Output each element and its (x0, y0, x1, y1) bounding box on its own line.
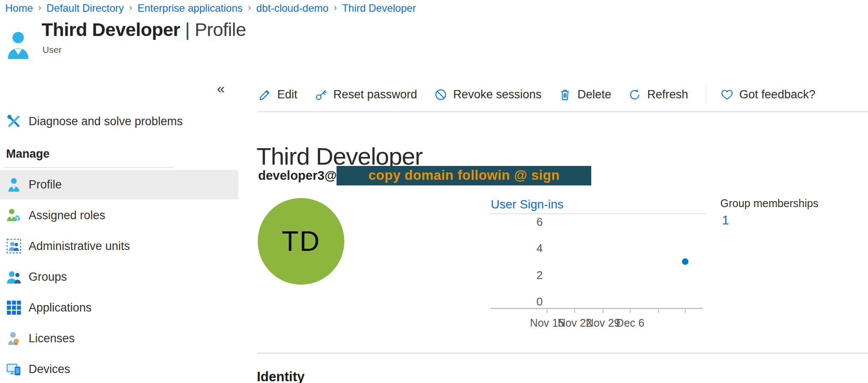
toolbox-icon (6, 114, 22, 129)
user-principal-name-row: developer3@ copy domain followin @ sign (258, 166, 591, 185)
key-icon (315, 88, 327, 101)
groups-icon (6, 269, 22, 285)
identity-section-heading: Identity (257, 369, 304, 383)
toolbar-button-label: Refresh (647, 88, 688, 101)
sidebar-item-label: Profile (29, 178, 62, 192)
toolbar-button-got-feedback-[interactable]: Got feedback? (721, 88, 816, 101)
profile-person-icon (6, 177, 22, 192)
x-tick-label: Nov 29 (586, 317, 620, 329)
sidebar-item-applications[interactable]: Applications (0, 293, 238, 322)
user-avatar: TD (258, 198, 344, 285)
toolbar-button-reset-password[interactable]: Reset password (315, 88, 418, 101)
breadcrumb-chevron-icon: › (243, 2, 256, 13)
administrative-units-icon (6, 238, 22, 254)
sign-ins-plot: 0246Nov 15Nov 22Nov 29Dec 6 (489, 214, 708, 339)
devices-icon (6, 361, 22, 377)
page-title-section: | Profile (180, 19, 246, 40)
heart-icon (721, 88, 733, 101)
breadcrumb-link-default-directory[interactable]: Default Directory (46, 2, 124, 14)
sidebar-item-profile[interactable]: Profile (0, 170, 238, 199)
section-divider (258, 353, 868, 354)
y-tick-label: 4 (537, 242, 543, 255)
sidebar-item-label: Devices (29, 363, 70, 376)
sidebar-item-label: Diagnose and solve problems (29, 115, 183, 128)
sidebar-divider (4, 167, 173, 168)
toolbar-button-edit[interactable]: Edit (259, 88, 298, 101)
user-sign-ins-link[interactable]: User Sign-ins (491, 198, 564, 211)
sign-ins-chart: User Sign-ins 0246Nov 15Nov 22Nov 29Dec … (489, 196, 708, 339)
x-tick-label: Dec 6 (616, 317, 644, 329)
sidebar-item-label: Licenses (29, 332, 75, 345)
refresh-icon (628, 88, 641, 101)
pencil-icon (259, 88, 271, 101)
sidebar-item-administrative-units[interactable]: Administrative units (0, 231, 238, 261)
block-icon (434, 88, 447, 101)
applications-grid-icon (6, 300, 22, 315)
sidebar-item-groups[interactable]: Groups (0, 262, 238, 292)
toolbar-button-label: Got feedback? (739, 88, 816, 101)
breadcrumb-chevron-icon: › (328, 2, 342, 13)
toolbar-button-delete[interactable]: Delete (559, 88, 611, 101)
toolbar-button-label: Revoke sessions (453, 88, 541, 101)
collapse-double-chevron-icon[interactable]: « (217, 81, 225, 95)
toolbar-button-refresh[interactable]: Refresh (628, 88, 688, 101)
toolbar-button-label: Reset password (334, 88, 418, 101)
avatar-initials: TD (282, 225, 320, 257)
group-memberships-label: Group memberships (720, 197, 818, 210)
command-bar-divider (258, 111, 868, 112)
toolbar-button-label: Edit (277, 88, 298, 101)
toolbar-separator (706, 85, 706, 104)
breadcrumb-link-third-developer[interactable]: Third Developer (342, 2, 416, 14)
y-tick-label: 0 (537, 295, 543, 308)
breadcrumb-chevron-icon: › (124, 2, 137, 13)
toolbar-button-label: Delete (577, 88, 611, 101)
breadcrumb: Home›Default Directory›Enterprise applic… (5, 2, 416, 14)
page-subtitle: User (42, 45, 62, 55)
sidebar-item-diagnose-and-solve-problems[interactable]: Diagnose and solve problems (0, 107, 238, 136)
page-title-name: Third Developer (42, 19, 180, 40)
username-prefix: developer3@ (258, 169, 337, 183)
licenses-icon (6, 331, 22, 346)
user-person-icon (6, 30, 30, 60)
sidebar-item-assigned-roles[interactable]: Assigned roles (0, 201, 238, 230)
y-tick-label: 2 (537, 269, 543, 282)
sidebar-item-label: Assigned roles (29, 209, 105, 222)
group-memberships-count-link[interactable]: 1 (722, 213, 729, 227)
sidebar-item-label: Administrative units (29, 240, 130, 253)
trash-icon (559, 88, 571, 101)
page-title: Third Developer | Profile (42, 19, 246, 40)
sidebar-section-manage: Manage (6, 147, 50, 161)
domain-redaction-overlay: copy domain followin @ sign (337, 166, 591, 185)
breadcrumb-link-enterprise-applications[interactable]: Enterprise applications (137, 2, 243, 14)
sidebar-item-label: Groups (29, 270, 67, 284)
sidebar-item-licenses[interactable]: Licenses (0, 324, 238, 353)
redaction-note: copy domain followin @ sign (369, 168, 560, 183)
breadcrumb-chevron-icon: › (33, 2, 46, 13)
toolbar-button-revoke-sessions[interactable]: Revoke sessions (434, 88, 541, 101)
sidebar-item-label: Applications (29, 301, 92, 315)
sidebar-item-devices[interactable]: Devices (0, 354, 238, 383)
breadcrumb-link-dbt-cloud-demo[interactable]: dbt-cloud-demo (256, 2, 329, 14)
assigned-roles-icon (6, 208, 22, 223)
y-tick-label: 6 (537, 215, 543, 228)
command-bar: EditReset passwordRevoke sessionsDeleteR… (259, 82, 832, 107)
breadcrumb-link-home[interactable]: Home (5, 2, 33, 14)
sign-in-data-point (682, 258, 689, 265)
